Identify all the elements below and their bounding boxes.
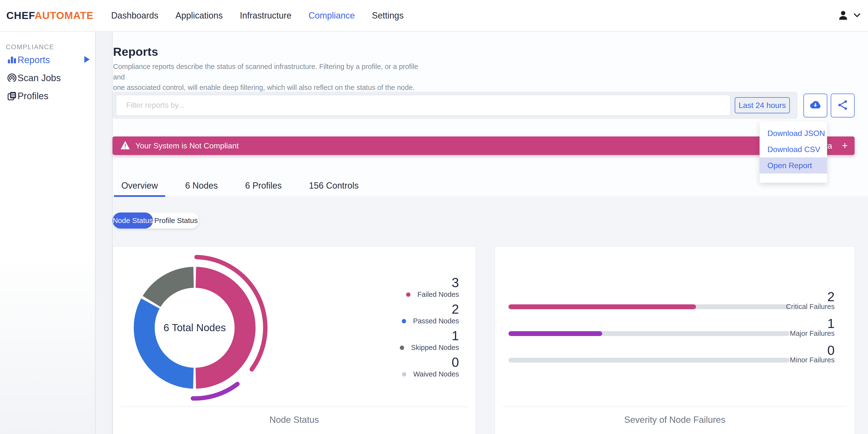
share-icon	[837, 99, 848, 112]
waived-dot-icon	[402, 372, 406, 376]
sidebar-item-label: Scan Jobs	[18, 73, 61, 83]
nav-menu: Dashboards Applications Infrastructure C…	[111, 10, 404, 21]
chevron-down-icon[interactable]	[854, 13, 860, 18]
reports-main-panel: Reports Compliance reports describe the …	[113, 32, 868, 434]
skipped-count: 1	[356, 329, 459, 343]
plus-icon[interactable]: +	[842, 140, 848, 152]
legend-waived-nodes[interactable]: 0 Waived Nodes	[356, 355, 459, 378]
page-title: Reports	[113, 45, 158, 59]
legend-label: Skipped Nodes	[411, 344, 459, 352]
passed-count: 2	[356, 302, 459, 316]
download-dropdown-menu: Download JSON Download CSV Open Report	[760, 121, 827, 183]
nav-item-settings[interactable]: Settings	[372, 10, 404, 21]
failed-dot-icon	[406, 292, 410, 297]
logo-automate: AUTOMATE	[35, 10, 94, 21]
legend-failed-nodes[interactable]: 3 Failed Nodes	[356, 275, 459, 299]
sidebar-item-scan-jobs[interactable]: Scan Jobs	[0, 69, 95, 87]
report-tabs: Overview 6 Nodes 6 Profiles 156 Controls	[114, 176, 366, 195]
sidebar-item-profiles[interactable]: Profiles	[0, 87, 95, 105]
page-description: Compliance reports describe the status o…	[113, 61, 420, 93]
filter-bar: Last 24 hours	[113, 92, 798, 119]
skipped-dot-icon	[400, 345, 404, 350]
menu-item-download-json[interactable]: Download JSON	[760, 125, 827, 141]
nav-item-applications[interactable]: Applications	[176, 10, 223, 21]
nav-item-infrastructure[interactable]: Infrastructure	[240, 10, 291, 21]
not-compliant-banner: Your System is Not Compliant ta +	[113, 136, 855, 155]
tab-profiles[interactable]: 6 Profiles	[238, 176, 289, 195]
filter-reports-input[interactable]	[116, 95, 731, 116]
profiles-documents-icon	[6, 90, 18, 102]
bar-chart-icon	[6, 54, 18, 66]
card-divider	[121, 406, 467, 407]
card-divider	[503, 406, 847, 407]
severity-caption: Severity of Node Failures	[495, 415, 855, 425]
toggle-node-status[interactable]: Node Status	[113, 213, 153, 228]
scan-radar-icon	[6, 72, 18, 84]
sidebar-item-reports[interactable]: Reports	[0, 51, 95, 69]
node-status-donut-chart[interactable]: 6 Total Nodes	[120, 253, 269, 402]
tab-overview[interactable]: Overview	[114, 176, 165, 195]
page-description-line1: Compliance reports describe the status o…	[113, 63, 418, 81]
user-avatar-icon[interactable]	[837, 9, 849, 22]
passed-dot-icon	[402, 319, 406, 323]
legend-label: Failed Nodes	[417, 290, 459, 299]
legend-label: Passed Nodes	[413, 317, 459, 325]
warning-triangle-icon	[120, 141, 130, 151]
waived-count: 0	[356, 355, 459, 369]
bar-label: Minor Failures	[713, 356, 835, 364]
download-report-button[interactable]	[803, 94, 827, 118]
severity-card: 2 Critical Failures 1 Major Failures 0 M…	[495, 246, 855, 434]
user-menu[interactable]	[837, 0, 860, 32]
node-status-caption: Node Status	[113, 415, 475, 425]
bar-label: Major Failures	[713, 330, 835, 338]
sidebar-item-label: Reports	[18, 55, 50, 65]
caret-right-icon	[84, 56, 90, 64]
nav-item-compliance[interactable]: Compliance	[308, 10, 355, 21]
minor-count: 0	[737, 343, 835, 357]
tab-controls[interactable]: 156 Controls	[302, 176, 366, 195]
critical-count: 2	[737, 289, 835, 304]
content-scrollbar[interactable]	[95, 32, 113, 434]
bar-label: Critical Failures	[713, 303, 835, 311]
share-report-button[interactable]	[831, 94, 855, 118]
status-toggle: Node Status Profile Status	[113, 213, 199, 228]
compliance-sidebar: COMPLIANCE Reports Scan Jobs	[0, 32, 95, 434]
legend-label: Waived Nodes	[413, 370, 459, 378]
major-count: 1	[737, 316, 835, 331]
menu-item-download-csv[interactable]: Download CSV	[760, 141, 827, 157]
page-description-line2: one associated control, will enable deep…	[113, 84, 415, 91]
time-range-button[interactable]: Last 24 hours	[735, 97, 790, 113]
toggle-profile-status[interactable]: Profile Status	[153, 213, 199, 228]
sidebar-section-label: COMPLIANCE	[6, 43, 95, 51]
tab-nodes[interactable]: 6 Nodes	[178, 176, 225, 195]
legend-skipped-nodes[interactable]: 1 Skipped Nodes	[356, 329, 459, 352]
legend-passed-nodes[interactable]: 2 Passed Nodes	[356, 302, 459, 325]
top-navigation: CHEFAUTOMATE Dashboards Applications Inf…	[0, 0, 868, 32]
node-status-card: 6 Total Nodes 3 Failed Nodes 2 Passed No…	[113, 246, 476, 434]
logo-chef: CHEF	[6, 10, 35, 21]
cloud-download-icon	[809, 100, 822, 111]
failed-count: 3	[356, 275, 459, 289]
chef-automate-logo[interactable]: CHEFAUTOMATE	[6, 10, 94, 22]
nav-item-dashboards[interactable]: Dashboards	[111, 10, 158, 21]
sidebar-item-label: Profiles	[18, 91, 49, 101]
menu-item-open-report[interactable]: Open Report	[760, 157, 827, 174]
banner-message: Your System is Not Compliant	[135, 141, 239, 150]
